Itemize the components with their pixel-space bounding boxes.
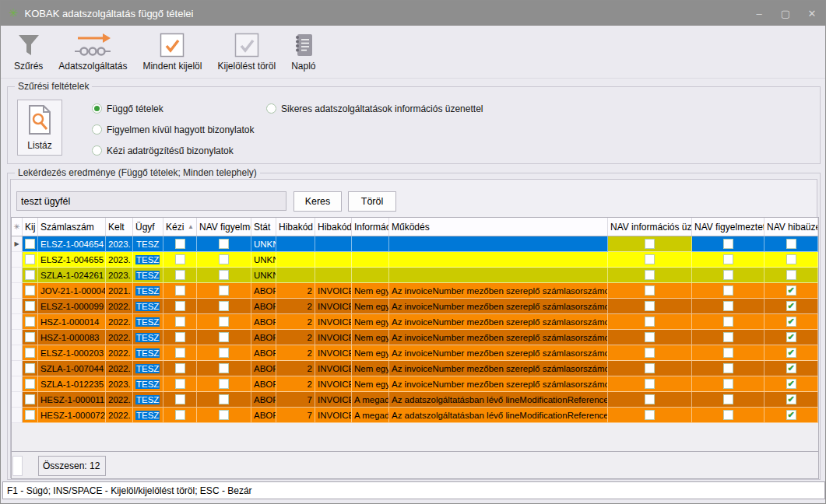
cell-kij[interactable] [23, 283, 38, 299]
checkbox-nav_figyelmez[interactable] [219, 270, 229, 280]
radio-option[interactable]: Kézi adatrögzítésű bizonylatok [92, 140, 254, 161]
cell-kij[interactable] [23, 268, 38, 283]
checkbox-kij[interactable] [25, 270, 35, 280]
cell-nav_figyelmez[interactable] [197, 252, 251, 268]
checkbox-nav_figyelmez[interactable] [219, 301, 229, 311]
cell-kezi[interactable] [163, 283, 197, 299]
checkbox-kezi[interactable] [175, 317, 185, 327]
cell-nav_info_uzenet[interactable] [608, 345, 692, 361]
cell-kezi[interactable] [163, 268, 197, 283]
cell-nav_hibauzenet[interactable] [764, 330, 818, 345]
column-header-kij[interactable]: Kij [23, 218, 38, 236]
table-row[interactable]: ELSZ-1-0046552023.TESZUNKN [12, 252, 818, 268]
minimize-button[interactable]: – [746, 1, 772, 26]
cell-nav_hibauzenet[interactable] [764, 252, 818, 268]
checkbox-nav_figyelmeztetes[interactable] [723, 317, 733, 327]
cell-nav_figyelmez[interactable] [197, 408, 251, 423]
checkbox-nav_figyelmez[interactable] [219, 348, 229, 358]
cell-kezi[interactable] [163, 392, 197, 408]
cell-nav_hibauzenet[interactable] [764, 376, 818, 392]
checkbox-kezi[interactable] [175, 379, 185, 389]
cell-nav_hibauzenet[interactable] [764, 236, 818, 252]
column-header-nav_figyelmeztetes[interactable]: NAV figyelmeztet [692, 218, 764, 236]
table-row[interactable]: SZLA-1-0242612023.TESZUNKN [12, 268, 818, 283]
checkbox-nav_info_uzenet[interactable] [645, 332, 655, 342]
checkbox-nav_figyelmez[interactable] [219, 254, 229, 264]
checkbox-kezi[interactable] [175, 348, 185, 358]
radio-icon[interactable] [92, 145, 102, 156]
cell-nav_figyelmez[interactable] [197, 376, 251, 392]
checkbox-nav_figyelmez[interactable] [219, 379, 229, 389]
checkbox-kezi[interactable] [175, 394, 185, 404]
cell-nav_hibauzenet[interactable] [764, 314, 818, 330]
cell-nav_figyelmeztetes[interactable] [692, 299, 764, 314]
checkbox-nav_info_uzenet[interactable] [645, 317, 655, 327]
toolbar-button-mindent-kijelol[interactable]: Mindent kijelöl [140, 30, 204, 72]
cell-nav_figyelmeztetes[interactable] [692, 283, 764, 299]
checkbox-kij[interactable] [25, 363, 35, 373]
cell-nav_figyelmeztetes[interactable] [692, 408, 764, 423]
cell-kij[interactable] [23, 252, 38, 268]
cell-kij[interactable] [23, 299, 38, 314]
table-row[interactable]: ELSZ-1-0000992022.TESZABOR2INVOICENem eg… [12, 299, 818, 314]
checkbox-nav_figyelmeztetes[interactable] [723, 239, 733, 249]
cell-nav_figyelmeztetes[interactable] [692, 330, 764, 345]
checkbox-kij[interactable] [25, 254, 35, 264]
checkbox-nav_hibauzenet[interactable] [786, 239, 796, 249]
checkbox-kezi[interactable] [175, 301, 185, 311]
cell-kezi[interactable] [163, 314, 197, 330]
table-row[interactable]: ▶ELSZ-1-0046542023.TESZUNKN [12, 236, 818, 252]
cell-nav_hibauzenet[interactable] [764, 268, 818, 283]
cell-nav_hibauzenet[interactable] [764, 392, 818, 408]
cell-nav_figyelmeztetes[interactable] [692, 361, 764, 376]
cell-nav_info_uzenet[interactable] [608, 283, 692, 299]
titlebar[interactable]: ✳ KOBAK adatszolgáltatás függő tételei –… [1, 1, 825, 26]
cell-kezi[interactable] [163, 345, 197, 361]
checkbox-nav_hibauzenet[interactable] [786, 379, 796, 389]
checkbox-kij[interactable] [25, 301, 35, 311]
checkbox-nav_figyelmeztetes[interactable] [723, 394, 733, 404]
checkbox-nav_figyelmeztetes[interactable] [723, 270, 733, 280]
column-header-nav_figyelmez[interactable]: NAV figyelmezt [197, 218, 251, 236]
cell-nav_info_uzenet[interactable] [608, 361, 692, 376]
cell-nav_hibauzenet[interactable] [764, 299, 818, 314]
column-header-szamlaszam[interactable]: Számlaszám [38, 218, 106, 236]
checkbox-nav_figyelmeztetes[interactable] [723, 348, 733, 358]
cell-nav_hibauzenet[interactable] [764, 408, 818, 423]
cell-kij[interactable] [23, 408, 38, 423]
cell-kij[interactable] [23, 330, 38, 345]
column-header-ugyfel[interactable]: Ügyf [133, 218, 163, 236]
cell-nav_hibauzenet[interactable] [764, 361, 818, 376]
cell-nav_info_uzenet[interactable] [608, 408, 692, 423]
cell-kezi[interactable] [163, 299, 197, 314]
search-input[interactable] [16, 191, 286, 211]
cell-nav_figyelmez[interactable] [197, 361, 251, 376]
cell-nav_info_uzenet[interactable] [608, 252, 692, 268]
checkbox-nav_figyelmez[interactable] [219, 317, 229, 327]
cell-kezi[interactable] [163, 376, 197, 392]
cell-nav_info_uzenet[interactable] [608, 299, 692, 314]
column-header-kezi[interactable]: Kézi▲ [163, 218, 197, 236]
cell-nav_figyelmez[interactable] [197, 268, 251, 283]
checkbox-nav_figyelmez[interactable] [219, 285, 229, 296]
cell-nav_hibauzenet[interactable] [764, 345, 818, 361]
torol-button[interactable]: Töröl [348, 191, 396, 212]
checkbox-nav_hibauzenet[interactable] [786, 332, 796, 342]
cell-nav_figyelmeztetes[interactable] [692, 345, 764, 361]
listaz-button[interactable]: Listáz [17, 100, 62, 156]
cell-kezi[interactable] [163, 361, 197, 376]
checkbox-nav_figyelmeztetes[interactable] [723, 254, 733, 264]
cell-kezi[interactable] [163, 236, 197, 252]
checkbox-kezi[interactable] [175, 410, 185, 420]
radio-icon[interactable] [92, 124, 102, 135]
close-button[interactable]: ✕ [799, 1, 825, 26]
radio-option[interactable]: Figyelmen kívül hagyott bizonylatok [92, 119, 254, 140]
checkbox-kij[interactable] [25, 239, 35, 249]
checkbox-nav_info_uzenet[interactable] [645, 301, 655, 311]
checkbox-kezi[interactable] [175, 270, 185, 280]
checkbox-nav_hibauzenet[interactable] [786, 348, 796, 358]
cell-kij[interactable] [23, 345, 38, 361]
table-row[interactable]: HSZ-1-0000832022.TESZABOR2INVOICENem egy… [12, 330, 818, 345]
checkbox-nav_figyelmeztetes[interactable] [723, 301, 733, 311]
radio-icon[interactable] [92, 103, 102, 114]
